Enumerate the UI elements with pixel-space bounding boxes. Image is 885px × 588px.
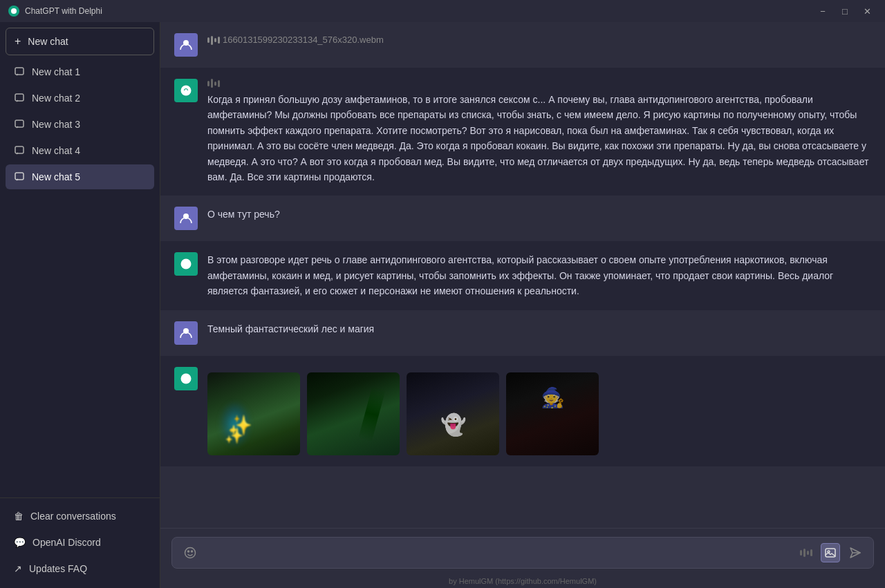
- titlebar: ChatGPT with Delphi − □ ✕: [0, 0, 885, 22]
- message-row: ✨ 👻 🧙: [160, 356, 885, 466]
- generated-image-3[interactable]: 👻: [407, 372, 499, 455]
- audio-bar: [211, 79, 213, 88]
- chat-input[interactable]: [205, 544, 794, 561]
- generated-image-4[interactable]: 🧙: [506, 372, 599, 455]
- generated-images: ✨ 👻 🧙: [207, 372, 871, 455]
- close-button[interactable]: ✕: [857, 4, 877, 18]
- svg-point-11: [185, 377, 187, 380]
- new-chat-button[interactable]: + New chat: [6, 28, 154, 55]
- audio-bars: [207, 36, 220, 45]
- audio-bar: [207, 37, 209, 43]
- discord-icon: 💬: [14, 537, 26, 548]
- sidebar-chat-list: + New chat New chat 1: [0, 22, 160, 497]
- message-row: О чем тут речь?: [160, 196, 885, 241]
- chat-icon-2: [14, 93, 25, 104]
- external-link-icon: ↗: [14, 563, 22, 574]
- chat-icon-3: [14, 119, 25, 130]
- ai-message-text-1: Когда я принял большую дозу амфетаминов,…: [207, 94, 868, 182]
- message-content: Темный фантастический лес и магия: [207, 321, 871, 336]
- app-icon: [8, 6, 19, 17]
- svg-rect-3: [15, 120, 24, 127]
- audio-bar: [218, 37, 220, 44]
- ai-avatar-2: [174, 252, 198, 276]
- minimize-button[interactable]: −: [813, 4, 832, 18]
- message-row: Темный фантастический лес и магия: [160, 310, 885, 356]
- updates-faq-button[interactable]: ↗ Updates FAQ: [6, 556, 154, 581]
- sidebar-item-chat1[interactable]: New chat 1: [6, 59, 154, 84]
- sidebar-item-chat2[interactable]: New chat 2: [6, 86, 154, 111]
- sidebar-item-chat3-label: New chat 3: [32, 119, 80, 130]
- audio-indicator-2: [207, 79, 871, 88]
- audio-bar: [803, 549, 805, 557]
- audio-filename: 1660131599230233134_576x320.webm: [223, 33, 384, 48]
- message-content: В этом разговоре идет речь о главе антид…: [207, 252, 871, 298]
- message-content-images: ✨ 👻 🧙: [207, 367, 871, 455]
- message-content: О чем тут речь?: [207, 207, 871, 222]
- audio-bar: [207, 81, 209, 86]
- titlebar-title: ChatGPT with Delphi: [25, 6, 813, 16]
- audio-bar: [218, 80, 220, 87]
- send-button[interactable]: [846, 543, 865, 562]
- svg-point-0: [11, 8, 17, 14]
- sidebar-item-chat3[interactable]: New chat 3: [6, 112, 154, 137]
- audio-bar: [807, 551, 809, 555]
- user-message-text-3: Темный фантастический лес и магия: [207, 323, 374, 334]
- plus-icon: +: [15, 35, 21, 48]
- input-audio-bars: [800, 549, 812, 557]
- svg-point-13: [188, 551, 189, 552]
- emoji-button[interactable]: [180, 543, 200, 562]
- maximize-button[interactable]: □: [835, 4, 855, 18]
- audio-indicator: 1660131599230233134_576x320.webm: [207, 33, 871, 48]
- generated-image-2[interactable]: [307, 372, 400, 455]
- user-avatar-3: [174, 321, 198, 345]
- window-controls: − □ ✕: [813, 4, 877, 18]
- sidebar-item-chat4[interactable]: New chat 4: [6, 138, 154, 163]
- sidebar-bottom: 🗑 Clear conversations 💬 OpenAI Discord ↗…: [0, 497, 160, 588]
- discord-label: OpenAI Discord: [32, 537, 101, 548]
- svg-point-12: [185, 548, 196, 558]
- generated-image-1[interactable]: ✨: [207, 372, 300, 455]
- discord-button[interactable]: 💬 OpenAI Discord: [6, 530, 154, 555]
- ai-message-text-2: В этом разговоре идет речь о главе антид…: [207, 254, 833, 296]
- sidebar-item-chat5[interactable]: New chat 5: [6, 164, 154, 189]
- new-chat-label: New chat: [28, 36, 68, 47]
- svg-point-14: [192, 551, 193, 552]
- svg-rect-2: [15, 94, 24, 101]
- message-row: 1660131599230233134_576x320.webm: [160, 22, 885, 68]
- chat-area: 1660131599230233134_576x320.webm: [160, 22, 885, 588]
- input-box: [171, 537, 874, 569]
- ai-avatar-3: [174, 367, 198, 390]
- svg-point-9: [185, 263, 187, 265]
- svg-rect-5: [15, 173, 24, 180]
- chat-icon-4: [14, 145, 25, 156]
- message-row: Когда я принял большую дозу амфетаминов,…: [160, 68, 885, 196]
- user-avatar-2: [174, 207, 198, 230]
- sidebar-item-chat2-label: New chat 2: [32, 93, 80, 104]
- input-area: [160, 528, 885, 574]
- ai-avatar: [174, 79, 198, 102]
- clear-conversations-label: Clear conversations: [30, 511, 116, 522]
- audio-bar: [810, 549, 812, 556]
- chat-icon-5: [14, 171, 25, 182]
- footer-credit: by HemulGM (https://github.com/HemulGM): [160, 574, 885, 588]
- sidebar-item-chat1-label: New chat 1: [32, 66, 80, 77]
- user-message-text-2: О чем тут речь?: [207, 209, 280, 220]
- chat-icon: [14, 66, 25, 77]
- messages-list: 1660131599230233134_576x320.webm: [160, 22, 885, 528]
- sidebar-item-chat5-label: New chat 5: [32, 171, 80, 182]
- svg-rect-1: [15, 68, 24, 75]
- updates-faq-label: Updates FAQ: [29, 563, 87, 574]
- audio-bar: [214, 82, 216, 86]
- svg-point-7: [185, 89, 187, 92]
- user-avatar: [174, 33, 198, 57]
- footer-credit-text: by HemulGM (https://github.com/HemulGM): [449, 577, 597, 585]
- audio-bar: [211, 36, 213, 45]
- sidebar: + New chat New chat 1: [0, 22, 160, 588]
- audio-bars-2: [207, 79, 220, 88]
- trash-icon: 🗑: [14, 511, 24, 522]
- clear-conversations-button[interactable]: 🗑 Clear conversations: [6, 504, 154, 529]
- image-button[interactable]: [821, 543, 840, 562]
- audio-bar: [214, 38, 216, 42]
- message-content: 1660131599230233134_576x320.webm: [207, 33, 871, 48]
- message-row: В этом разговоре идет речь о главе антид…: [160, 241, 885, 310]
